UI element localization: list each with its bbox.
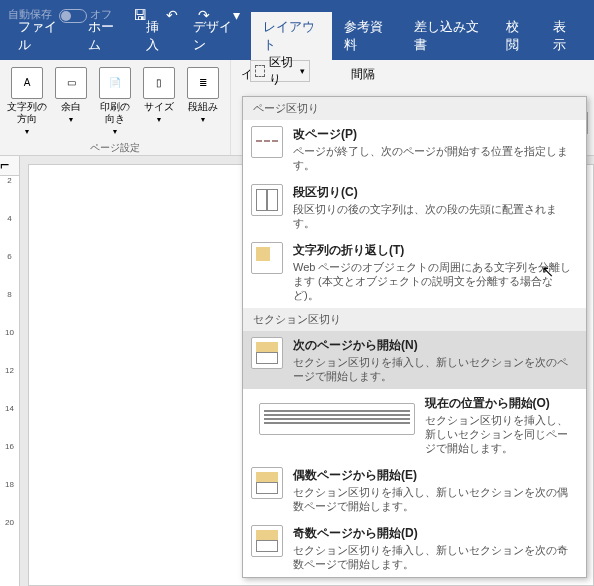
vertical-ruler: 246 81012 141618 20 — [0, 156, 20, 586]
odd-page-section-icon — [251, 525, 283, 557]
orientation-icon: 📄 — [99, 67, 131, 99]
columns-icon: ≣ — [187, 67, 219, 99]
continuous-section-icon — [259, 403, 415, 435]
tab-mailmerge[interactable]: 差し込み文書 — [402, 12, 495, 60]
menu-item-text-wrap[interactable]: 文字列の折り返し(T)Web ページのオブジェクトの周囲にある文字列を分離します… — [243, 236, 586, 308]
text-direction-button[interactable]: A文字列の 方向▼ — [6, 64, 48, 141]
even-page-section-icon — [251, 467, 283, 499]
menu-item-even-page[interactable]: 偶数ページから開始(E)セクション区切りを挿入し、新しいセクションを次の偶数ペー… — [243, 461, 586, 519]
tab-review[interactable]: 校閲 — [494, 12, 541, 60]
menu-header-section: セクション区切り — [243, 308, 586, 331]
breaks-menu: ページ区切り 改ページ(P)ページが終了し、次のページが開始する位置を指定します… — [242, 96, 587, 578]
text-wrap-icon — [251, 242, 283, 274]
tab-references[interactable]: 参考資料 — [332, 12, 402, 60]
page-setup-label: ページ設定 — [6, 141, 224, 157]
text-direction-icon: A — [11, 67, 43, 99]
page-setup-group: A文字列の 方向▼ ▭余白▼ 📄印刷の 向き▼ ▯サイズ▼ ≣段組み▼ ページ設… — [0, 60, 231, 155]
tab-layout[interactable]: レイアウト — [251, 12, 332, 60]
margins-icon: ▭ — [55, 67, 87, 99]
spacing-label: 間隔 — [351, 66, 375, 83]
margins-button[interactable]: ▭余白▼ — [50, 64, 92, 141]
size-icon: ▯ — [143, 67, 175, 99]
size-button[interactable]: ▯サイズ▼ — [138, 64, 180, 141]
autosave-toggle[interactable] — [59, 9, 87, 23]
ruler-corner: ⌐ — [0, 156, 20, 176]
column-break-icon — [251, 184, 283, 216]
menu-header-page: ページ区切り — [243, 97, 586, 120]
menu-item-column-break[interactable]: 段区切り(C)段区切りの後の文字列は、次の段の先頭に配置されます。 — [243, 178, 586, 236]
tab-view[interactable]: 表示 — [541, 12, 588, 60]
next-page-section-icon — [251, 337, 283, 369]
menu-item-odd-page[interactable]: 奇数ページから開始(D)セクション区切りを挿入し、新しいセクションを次の奇数ペー… — [243, 519, 586, 577]
breaks-dropdown-button[interactable]: 区切り — [250, 60, 310, 82]
page-break-icon — [251, 126, 283, 158]
tab-insert[interactable]: 挿入 — [134, 12, 181, 60]
tab-design[interactable]: デザイン — [181, 12, 251, 60]
menu-item-next-page[interactable]: 次のページから開始(N)セクション区切りを挿入し、新しいセクションを次のページで… — [243, 331, 586, 389]
menu-item-page-break[interactable]: 改ページ(P)ページが終了し、次のページが開始する位置を指定します。 — [243, 120, 586, 178]
orientation-button[interactable]: 📄印刷の 向き▼ — [94, 64, 136, 141]
menu-item-continuous[interactable]: 現在の位置から開始(O)セクション区切りを挿入し、新しいセクションを同じページで… — [243, 389, 586, 461]
columns-button[interactable]: ≣段組み▼ — [182, 64, 224, 141]
